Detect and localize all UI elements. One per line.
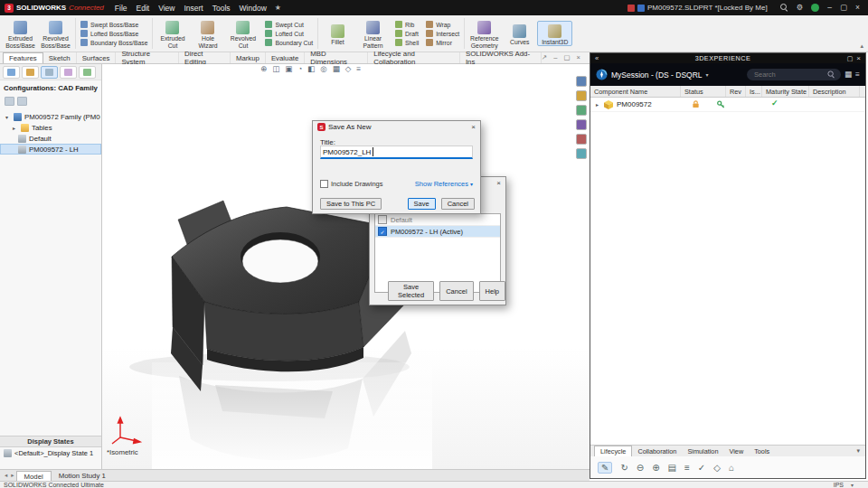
configuration-list-item[interactable]: Default <box>375 214 500 226</box>
search-box[interactable] <box>747 69 841 80</box>
expand-icon[interactable]: ▾ <box>5 114 11 120</box>
configuration-list-item[interactable]: ✓ PM009572 - LH (Active) <box>375 226 500 238</box>
task-pane-tab-icon[interactable] <box>576 119 587 130</box>
show-references-link[interactable]: Show References ▾ <box>415 180 473 188</box>
lifecycle-tool-icon[interactable]: ✎ <box>598 462 612 474</box>
column-header[interactable]: Component Name <box>590 86 681 97</box>
ribbon-tab[interactable]: MBD Dimensions <box>305 52 368 63</box>
status-dropdown-icon[interactable]: ▾ <box>851 482 854 488</box>
menu-item[interactable]: View <box>154 4 179 13</box>
task-pane-tab-icon[interactable] <box>576 90 587 101</box>
ribbon-button[interactable]: Swept Boss/Base <box>80 21 147 28</box>
lifecycle-tool-icon[interactable]: ≡ <box>684 463 690 473</box>
ribbon-button[interactable]: Lofted Boss/Base <box>80 30 147 37</box>
ribbon-button[interactable]: Linear Pattern <box>355 17 391 50</box>
ribbon-button[interactable]: Mirror <box>426 39 459 46</box>
search-icon[interactable] <box>827 70 835 78</box>
session-title[interactable]: MySession - (DS - DSQRL <box>611 70 703 80</box>
expand-icon[interactable]: ▸ <box>596 101 601 108</box>
tree-item-family[interactable]: ▾ PM009572 Family (PM009572 - LH... <box>0 111 101 122</box>
task-pane-tab-icon[interactable] <box>576 134 587 145</box>
checkbox-checked[interactable]: ✓ <box>378 227 387 236</box>
ribbon-button[interactable]: Extruded Boss/Base <box>3 17 38 50</box>
view-tool-icon[interactable]: ◫ <box>272 65 279 73</box>
view-tool-icon[interactable]: ◎ <box>320 65 326 73</box>
panel-tab[interactable] <box>79 66 96 79</box>
lifecycle-tool-icon[interactable]: ⌂ <box>729 463 734 473</box>
ribbon-tab[interactable]: Sketch <box>43 52 77 63</box>
lifecycle-tool-icon[interactable]: ▤ <box>668 463 676 473</box>
lifecycle-tool-icon[interactable]: ✓ <box>698 463 705 473</box>
ribbon-button[interactable]: Boundary Boss/Base <box>80 39 147 46</box>
units-indicator[interactable]: IPS <box>834 482 844 488</box>
model-tab[interactable]: Model <box>16 471 52 482</box>
checkbox-unchecked[interactable] <box>378 215 387 224</box>
tree-filter-icon[interactable] <box>5 97 14 106</box>
ribbon-button[interactable]: Shell <box>395 39 419 46</box>
tree-pin-icon[interactable] <box>17 97 27 106</box>
panel-tab[interactable] <box>22 66 39 79</box>
menu-item[interactable]: Insert <box>179 4 207 13</box>
chevron-down-icon[interactable]: ▾ <box>706 71 709 78</box>
ribbon-button[interactable]: Fillet <box>320 21 355 46</box>
panel-tab[interactable]: Simulation <box>682 446 723 456</box>
tree-item-default-config[interactable]: Default <box>0 133 101 144</box>
view-tool-icon[interactable]: ◇ <box>345 65 352 73</box>
view-tool-icon[interactable]: ⊕ <box>260 65 267 73</box>
ribbon-button[interactable]: Curves <box>502 21 537 46</box>
collapse-panel-icon[interactable]: « <box>595 54 599 62</box>
save-button[interactable]: Save <box>408 198 436 210</box>
panel-tab[interactable]: Tools <box>749 446 775 456</box>
title-input[interactable] <box>320 145 473 159</box>
ribbon-tab[interactable]: Direct Editing <box>179 52 231 63</box>
document-window-control-icon[interactable]: – <box>553 53 557 61</box>
document-window-control-icon[interactable]: ↗ <box>542 53 547 61</box>
model-tab[interactable]: Motion Study 1 <box>52 471 113 482</box>
lifecycle-tool-icon[interactable]: ◇ <box>713 463 721 473</box>
gear-icon[interactable]: ⚙ <box>797 4 804 12</box>
view-tool-icon[interactable]: ◔ <box>297 65 302 73</box>
ribbon-button[interactable]: Intersect <box>426 30 459 37</box>
ribbon-tab[interactable]: Structure System <box>116 52 179 63</box>
task-pane-tab-icon[interactable] <box>576 148 587 159</box>
panel-tab[interactable] <box>3 66 20 79</box>
menu-item[interactable]: File <box>110 4 132 13</box>
3dexperience-compass-icon[interactable] <box>596 69 608 80</box>
ribbon-tab[interactable]: SOLIDWORKS Add-Ins <box>460 52 542 63</box>
panel-tab[interactable]: View <box>723 446 749 456</box>
minimize-button[interactable]: – <box>827 4 832 12</box>
lifecycle-tool-icon[interactable]: ⊕ <box>652 463 659 473</box>
ribbon-button[interactable]: Wrap <box>426 21 459 28</box>
close-icon[interactable]: × <box>496 180 501 187</box>
ribbon-tab[interactable]: Features <box>3 52 43 63</box>
ribbon-button[interactable]: Draft <box>395 30 419 37</box>
tree-item-active-config[interactable]: PM009572 - LH <box>0 144 101 155</box>
view-tool-icon[interactable]: ◧ <box>307 65 315 73</box>
task-pane-tab-icon[interactable] <box>576 76 587 87</box>
ribbon-collapse-icon[interactable]: ▴ <box>860 42 863 50</box>
menu-icon[interactable]: ≡ <box>855 70 860 79</box>
close-button[interactable]: × <box>855 4 860 12</box>
checkbox-unchecked[interactable] <box>320 180 328 188</box>
ribbon-button[interactable]: Hole Wizard <box>190 17 225 50</box>
menu-item[interactable]: Edit <box>132 4 155 13</box>
ribbon-tab[interactable]: Lifecycle and Collaboration <box>368 52 460 63</box>
lifecycle-tool-icon[interactable]: ⊖ <box>637 463 644 473</box>
tab-scroll-right-icon[interactable]: ▸ <box>9 472 15 479</box>
panel-tab[interactable]: Collaboration <box>632 446 682 456</box>
view-tool-icon[interactable]: ≡ <box>356 65 361 73</box>
maximize-button[interactable]: ▢ <box>840 4 847 12</box>
ribbon-tab[interactable]: Markup <box>231 52 266 63</box>
column-header[interactable]: Status <box>681 86 726 97</box>
column-header[interactable]: Maturity State <box>762 86 809 97</box>
view-tool-icon[interactable]: ▣ <box>285 65 292 73</box>
ribbon-button[interactable]: Reference Geometry <box>467 17 502 50</box>
grid-apps-icon[interactable]: ▦ <box>844 70 852 79</box>
close-icon[interactable]: × <box>471 124 476 131</box>
panel-close-icon[interactable]: × <box>856 54 861 62</box>
panel-tab[interactable] <box>41 66 58 79</box>
ribbon-tab[interactable]: Surfaces <box>77 52 117 63</box>
ribbon-button[interactable]: Lofted Cut <box>265 30 313 37</box>
tab-scroll-left-icon[interactable]: ◂ <box>3 472 9 479</box>
ribbon-button[interactable]: Boundary Cut <box>265 39 313 46</box>
